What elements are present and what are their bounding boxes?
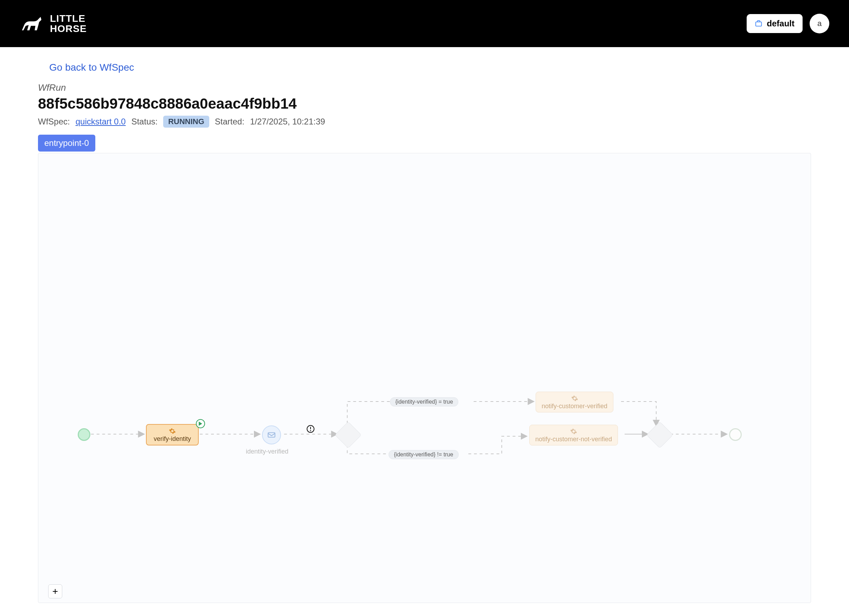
avatar-letter: a — [817, 19, 822, 28]
start-node[interactable] — [78, 428, 90, 441]
diamond-icon — [646, 421, 673, 448]
status-label: Status: — [131, 117, 158, 126]
brand-line2: HORSE — [50, 24, 87, 34]
back-link[interactable]: Go back to WfSpec — [49, 62, 134, 73]
meta-row: WfSpec: quickstart 0.0 Status: RUNNING S… — [38, 116, 811, 128]
task-label: verify-identity — [154, 435, 191, 443]
page-content: Go back to WfSpec WfRun 88f5c586b97848c8… — [0, 47, 849, 603]
gear-icon — [169, 427, 176, 434]
task-verify-identity[interactable]: verify-identity — [146, 424, 199, 445]
workflow-canvas[interactable]: verify-identity identity-verified {ident… — [38, 153, 811, 603]
edges-layer — [38, 153, 811, 603]
gear-icon — [570, 428, 577, 435]
envelope-icon — [267, 430, 276, 439]
start-circle-icon — [78, 428, 90, 441]
run-id-title: 88f5c586b97848c8886a0eaac4f9bb14 — [38, 95, 811, 112]
tab-entrypoint-0[interactable]: entrypoint-0 — [38, 135, 95, 152]
brand-line1: LITTLE — [50, 13, 87, 24]
svg-rect-0 — [756, 22, 762, 26]
workspace-selector-button[interactable]: default — [747, 14, 803, 33]
end-node[interactable] — [729, 428, 742, 441]
started-label: Started: — [215, 117, 244, 126]
task-notify-not-verified[interactable]: notify-customer-not-verified — [529, 425, 618, 445]
wfspec-link[interactable]: quickstart 0.0 — [76, 117, 126, 126]
briefcase-icon — [755, 20, 763, 27]
alert-icon — [306, 425, 315, 433]
brand: LITTLE HORSE — [20, 13, 87, 34]
svg-point-9 — [310, 430, 311, 431]
top-bar: LITTLE HORSE default a — [0, 0, 849, 47]
task-label: notify-customer-verified — [542, 403, 608, 410]
workspace-name: default — [767, 19, 794, 28]
gateway-node-1[interactable] — [339, 426, 357, 445]
plus-icon: + — [52, 586, 58, 597]
gateway-node-2[interactable] — [650, 426, 669, 445]
user-avatar[interactable]: a — [810, 14, 829, 33]
started-value: 1/27/2025, 10:21:39 — [250, 117, 325, 126]
gear-icon — [571, 395, 578, 402]
section-label: WfRun — [38, 82, 811, 93]
condition-false-label: {identity-verified} != true — [389, 450, 459, 459]
play-status-icon — [196, 419, 205, 428]
external-event-label: identity-verified — [246, 448, 288, 455]
end-circle-icon — [729, 428, 742, 441]
zoom-in-button[interactable]: + — [48, 584, 62, 598]
brand-text: LITTLE HORSE — [50, 13, 87, 34]
task-notify-verified[interactable]: notify-customer-verified — [536, 392, 614, 412]
horse-logo-icon — [20, 15, 44, 33]
status-badge: RUNNING — [163, 116, 209, 128]
svg-rect-6 — [268, 433, 275, 437]
wfspec-label: WfSpec: — [38, 117, 70, 126]
thread-tabs: entrypoint-0 — [38, 135, 811, 152]
external-event-node[interactable] — [262, 426, 281, 445]
diamond-icon — [335, 421, 362, 448]
condition-true-label: {identity-verified} = true — [390, 397, 458, 406]
topbar-right: default a — [747, 14, 829, 33]
task-label: notify-customer-not-verified — [535, 436, 612, 443]
